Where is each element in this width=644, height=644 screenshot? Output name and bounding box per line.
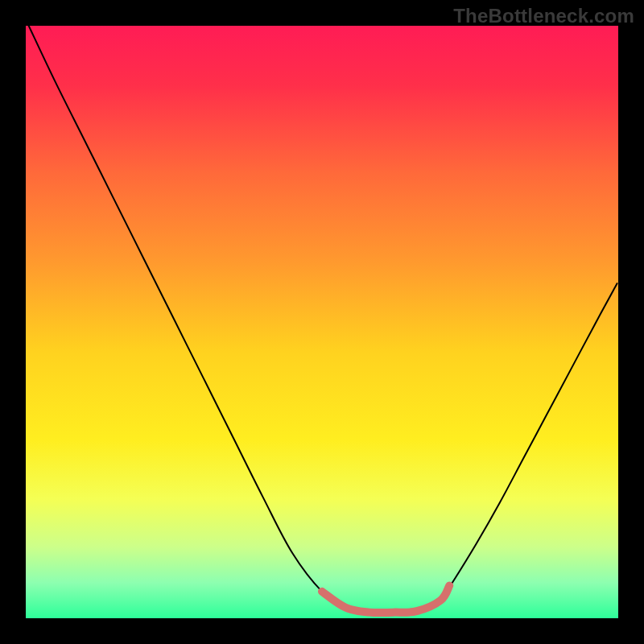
chart-frame: TheBottleneck.com [0,0,644,644]
chart-svg [26,26,618,618]
plot-area [26,26,618,618]
gradient-background [26,26,618,618]
watermark-text: TheBottleneck.com [453,5,634,27]
